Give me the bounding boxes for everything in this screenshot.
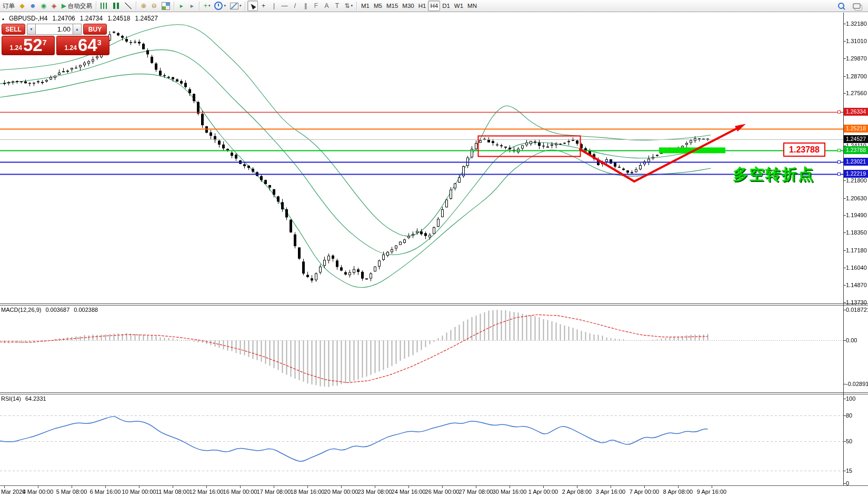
autotrading-button[interactable]: ▶自动交易 bbox=[59, 1, 94, 11]
chevron-down-icon: ▾ bbox=[224, 4, 226, 8]
macd-value-1: 0.003687 bbox=[45, 307, 69, 313]
candle-chart-icon[interactable] bbox=[110, 1, 122, 11]
tf-h4-button[interactable]: H4 bbox=[428, 1, 440, 11]
tf-m5-button-label: M5 bbox=[374, 3, 382, 9]
community-icon[interactable]: ☻ bbox=[27, 1, 38, 11]
tf-m1-button[interactable]: M1 bbox=[359, 1, 372, 11]
volume-input[interactable] bbox=[36, 24, 73, 35]
ohlc-high: 1.24734 bbox=[80, 15, 103, 22]
tf-mn-button-label: MN bbox=[467, 3, 477, 9]
new-order-button[interactable]: 订单 bbox=[1, 1, 17, 11]
toolbar-separator bbox=[96, 2, 97, 11]
period-icon bbox=[214, 2, 223, 10]
new-chart-icon: + bbox=[204, 2, 207, 9]
autotrading-button-label: 自动交易 bbox=[68, 2, 92, 10]
tile-windows-icon bbox=[162, 2, 170, 10]
main-toolbar: 订单◆☻◉◈▶自动交易⊕⊖▸▸+▾▾▾+|—/∥FAT⇅▾M1M5M15M30H… bbox=[0, 0, 868, 12]
tf-m30-button[interactable]: M30 bbox=[400, 1, 416, 11]
symbol-name: GBPUSD-,H4 bbox=[9, 15, 47, 22]
tf-m15-button[interactable]: M15 bbox=[384, 1, 400, 11]
bar-chart-icon-icon bbox=[101, 3, 108, 9]
sell-price-prefix: 1.24 bbox=[10, 44, 22, 52]
tf-m15-button-label: M15 bbox=[386, 3, 398, 9]
tf-m1-button-label: M1 bbox=[361, 3, 370, 9]
chart-canvas[interactable] bbox=[0, 0, 868, 498]
bar-chart-icon[interactable] bbox=[98, 1, 110, 11]
search-icon bbox=[838, 3, 844, 9]
cursor-icon bbox=[250, 2, 256, 9]
chart-shift-button[interactable]: ▸ bbox=[187, 1, 197, 11]
line-chart-icon[interactable] bbox=[122, 1, 134, 11]
support-icon[interactable]: ◉ bbox=[38, 1, 49, 11]
volume-increase-button[interactable]: ▲ bbox=[73, 24, 82, 35]
zoom-out-icon: ⊖ bbox=[152, 2, 157, 9]
buy-price-main: 64 bbox=[78, 36, 97, 54]
sell-price-button[interactable]: 1.24527 bbox=[2, 36, 55, 55]
zoom-out-button[interactable]: ⊖ bbox=[149, 1, 159, 11]
zoom-in-button[interactable]: ⊕ bbox=[138, 1, 149, 11]
chevron-down-icon: ▾ bbox=[240, 4, 242, 8]
macd-name: MACD(12,26,9) bbox=[1, 307, 41, 313]
macd-value-2: 0.002388 bbox=[74, 307, 98, 313]
tf-mn-button[interactable]: MN bbox=[465, 1, 479, 11]
zoom-in-icon: ⊕ bbox=[141, 2, 146, 9]
chat-button[interactable] bbox=[851, 1, 863, 11]
channel-icon: ∥ bbox=[304, 2, 307, 9]
vline-button[interactable]: | bbox=[268, 1, 279, 11]
annotation-note[interactable]: 多空转折点 bbox=[733, 164, 814, 185]
candle-chart-icon-icon bbox=[112, 3, 120, 9]
text-button[interactable]: A bbox=[321, 1, 332, 11]
macd-indicator-label: MACD(12,26,9) 0.003687 0.002388 bbox=[1, 307, 98, 313]
market-icon-icon: ◈ bbox=[52, 2, 56, 9]
label-button[interactable]: T bbox=[332, 1, 342, 11]
gold-icon-icon: ◆ bbox=[19, 2, 24, 9]
crosshair-button[interactable]: + bbox=[258, 1, 268, 11]
chat-icon bbox=[853, 3, 861, 9]
toolbar-separator bbox=[199, 2, 200, 11]
toolbar-separator bbox=[174, 2, 175, 11]
tf-w1-button[interactable]: W1 bbox=[452, 1, 465, 11]
line-chart-icon-icon bbox=[124, 3, 132, 9]
tf-h1-button[interactable]: H1 bbox=[416, 1, 428, 11]
tf-h4-button-label: H4 bbox=[430, 3, 438, 9]
toolbar-separator bbox=[245, 2, 246, 11]
ohlc-open: 1.24706 bbox=[52, 15, 75, 22]
hline-icon: — bbox=[281, 2, 287, 9]
volume-decrease-button[interactable]: ▼ bbox=[27, 24, 36, 35]
trendline-button[interactable]: / bbox=[290, 1, 300, 11]
toolbar-separator bbox=[356, 2, 357, 11]
arrows-button[interactable]: ⇅▾ bbox=[342, 1, 355, 11]
price-callout[interactable]: 1.23788 bbox=[783, 143, 825, 157]
fibonacci-button[interactable]: F bbox=[311, 1, 321, 11]
template-button[interactable]: ▾ bbox=[228, 1, 244, 11]
new-order-button-label: 订单 bbox=[3, 2, 15, 10]
period-button[interactable]: ▾ bbox=[212, 1, 228, 11]
template-icon bbox=[230, 3, 238, 9]
tf-d1-button-label: D1 bbox=[442, 3, 450, 9]
trendline-icon: / bbox=[294, 2, 296, 9]
new-chart-button[interactable]: +▾ bbox=[202, 1, 213, 11]
one-click-trading-panel: SELL ▼ ▲ BUY 1.24527 1.24643 bbox=[2, 24, 109, 55]
autotrading-icon: ▶ bbox=[62, 2, 66, 9]
buy-price-button[interactable]: 1.24643 bbox=[56, 36, 109, 55]
arrows-icon: ⇅ bbox=[344, 2, 350, 9]
fibonacci-icon: F bbox=[314, 2, 318, 9]
sell-price-main: 52 bbox=[23, 36, 43, 54]
channel-button[interactable]: ∥ bbox=[300, 1, 311, 11]
chevron-down-icon: ▾ bbox=[208, 4, 211, 8]
tf-m5-button[interactable]: M5 bbox=[372, 1, 384, 11]
buy-button[interactable]: BUY bbox=[83, 24, 107, 35]
mt4-window: 订单◆☻◉◈▶自动交易⊕⊖▸▸+▾▾▾+|—/∥FAT⇅▾M1M5M15M30H… bbox=[0, 0, 868, 498]
tile-windows-button[interactable] bbox=[159, 1, 172, 11]
chart-shift-icon: ▸ bbox=[191, 2, 194, 9]
gold-icon[interactable]: ◆ bbox=[17, 1, 27, 11]
auto-scroll-button[interactable]: ▸ bbox=[176, 1, 187, 11]
market-icon[interactable]: ◈ bbox=[49, 1, 59, 11]
search-button[interactable] bbox=[836, 1, 846, 11]
sell-button[interactable]: SELL bbox=[2, 24, 25, 35]
hline-button[interactable]: — bbox=[279, 1, 290, 11]
chevron-down-icon: ▾ bbox=[351, 4, 353, 8]
cursor-button[interactable] bbox=[247, 1, 258, 11]
text-icon: A bbox=[324, 2, 328, 9]
tf-d1-button[interactable]: D1 bbox=[440, 1, 452, 11]
